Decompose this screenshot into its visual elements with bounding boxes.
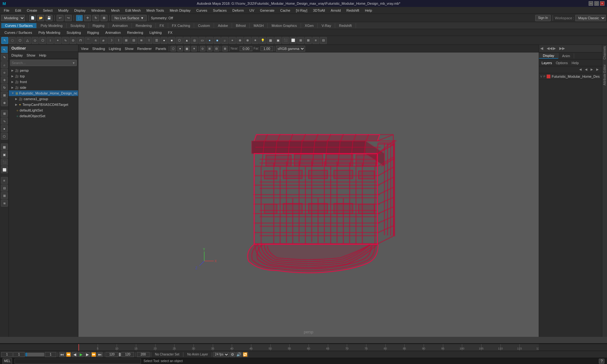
submenu-sculpting[interactable]: Sculpting bbox=[64, 30, 84, 35]
tool15[interactable]: ⌇ bbox=[115, 37, 122, 44]
outliner-item-persp[interactable]: ▶ 🎥 persp bbox=[9, 68, 78, 73]
frame-all-btn[interactable]: ⊞ bbox=[207, 46, 212, 52]
mode-tab-xgen[interactable]: XGen bbox=[301, 23, 318, 28]
layer-v[interactable]: V bbox=[540, 75, 542, 78]
play-btn[interactable]: ▶ bbox=[78, 352, 84, 357]
timeline-playhead[interactable] bbox=[78, 344, 79, 351]
outliner-item-objectset[interactable]: ○ defaultObjectSet bbox=[9, 113, 78, 119]
submenu-poly-modeling[interactable]: Poly Modeling bbox=[35, 30, 63, 35]
plane-icon[interactable]: ▭ bbox=[199, 37, 205, 44]
grid-btn[interactable]: ⊞ bbox=[222, 46, 228, 52]
menu-item-windows[interactable]: Windows bbox=[89, 8, 108, 13]
menu-item-file[interactable]: File bbox=[1, 8, 12, 13]
fps-select[interactable]: 24 fps bbox=[213, 352, 229, 357]
undo-button[interactable]: ↩ bbox=[57, 15, 64, 21]
tool8[interactable]: ∿ bbox=[62, 37, 69, 44]
mode-tab-redshift[interactable]: Redshift bbox=[335, 23, 356, 28]
paint-select-icon[interactable]: ⬡ bbox=[16, 37, 23, 44]
mode-tab-poly-modeling[interactable]: Poly Modeling bbox=[37, 23, 66, 28]
scale-left-tool[interactable]: ⊠ bbox=[1, 92, 8, 99]
snap-grid[interactable]: ⊞ bbox=[1, 110, 8, 117]
tool-extra3[interactable]: ≡ bbox=[312, 37, 319, 44]
renderer-menu[interactable]: Renderer bbox=[136, 47, 153, 51]
mode-tab-custom[interactable]: Custom bbox=[194, 23, 214, 28]
minimize-button[interactable]: ─ bbox=[589, 1, 593, 6]
tool3[interactable]: △ bbox=[24, 37, 31, 44]
range-slider[interactable] bbox=[119, 353, 121, 356]
render3[interactable]: ⬛ bbox=[282, 37, 289, 44]
rp-icon1[interactable]: ◀ bbox=[540, 46, 545, 51]
render1[interactable]: ▦ bbox=[267, 37, 274, 44]
nurbs-sphere[interactable]: ● bbox=[206, 37, 213, 44]
subtab-layers[interactable]: Layers bbox=[540, 61, 553, 65]
help-btn[interactable]: ? bbox=[599, 359, 604, 364]
mode-tab-animation[interactable]: Animation bbox=[108, 23, 132, 28]
menu-item-v-ray[interactable]: [V-Ray] bbox=[293, 8, 310, 13]
render4[interactable]: ⬜ bbox=[290, 37, 297, 44]
rp-icon2[interactable]: ◀◀ bbox=[547, 46, 552, 51]
timeline-ruler[interactable]: 5101520253035404550556065707580859095100… bbox=[78, 344, 539, 351]
audio-btn[interactable]: 🔊 bbox=[236, 352, 242, 357]
outliner-show-menu[interactable]: Show bbox=[25, 53, 37, 57]
move-tool[interactable]: ✛ bbox=[84, 15, 91, 21]
menu-item-mesh[interactable]: Mesh bbox=[108, 8, 122, 13]
submenu-curves-surfaces[interactable]: Curves / Surfaces bbox=[1, 30, 35, 35]
menu-item-uv[interactable]: UV bbox=[247, 8, 257, 13]
tool7[interactable]: ⌖ bbox=[54, 37, 61, 44]
menu-item-edit-mesh[interactable]: Edit Mesh bbox=[123, 8, 143, 13]
frame-selected-btn[interactable]: ⊟ bbox=[214, 46, 219, 52]
wireframe-btn[interactable]: ⬡ bbox=[170, 46, 176, 52]
nav-next-btn[interactable]: ▶ bbox=[591, 68, 595, 72]
maximize-button[interactable]: □ bbox=[594, 1, 599, 6]
smooth-btn[interactable]: ● bbox=[177, 46, 183, 52]
gamma-select[interactable]: sRGB gamma bbox=[276, 46, 305, 52]
menu-item-generate[interactable]: Generate bbox=[257, 8, 277, 13]
view-menu[interactable]: View bbox=[80, 47, 90, 51]
snap-curve[interactable]: ∿ bbox=[1, 118, 8, 124]
tool-extra4[interactable]: ⊟ bbox=[320, 37, 327, 44]
mode-tab-sculpting[interactable]: Sculpting bbox=[67, 23, 89, 28]
cylinder-icon[interactable]: ⬡ bbox=[176, 37, 183, 44]
tool20[interactable]: ☰ bbox=[153, 37, 160, 44]
outliner-display-menu[interactable]: Display bbox=[10, 53, 24, 57]
tool10[interactable]: ⊓ bbox=[77, 37, 84, 44]
step-back-btn[interactable]: ⏪ bbox=[65, 352, 71, 357]
tool5[interactable]: ⬠ bbox=[39, 37, 46, 44]
rotate-tool[interactable]: ↻ bbox=[92, 15, 99, 21]
show-menu[interactable]: Show bbox=[124, 47, 135, 51]
light1[interactable]: ☀ bbox=[252, 37, 259, 44]
tool11[interactable]: ⌒ bbox=[85, 37, 92, 44]
menu-item-help[interactable]: Help bbox=[362, 8, 375, 13]
submenu-rendering[interactable]: Rendering bbox=[124, 30, 146, 35]
channels-label[interactable]: Channels bbox=[603, 46, 606, 59]
deform2[interactable]: ⌖ bbox=[229, 37, 236, 44]
mode-tab-v-ray[interactable]: V-Ray bbox=[318, 23, 335, 28]
light2[interactable]: 💡 bbox=[259, 37, 266, 44]
outliner-item-camera-group[interactable]: ▶ 🎥 camera1_group bbox=[9, 96, 78, 102]
viewport-canvas[interactable]: X Y Z persp bbox=[78, 52, 539, 337]
deform3[interactable]: ⊕ bbox=[236, 37, 243, 44]
cube-icon[interactable]: ■ bbox=[168, 37, 175, 44]
lasso-icon[interactable]: ◌ bbox=[9, 37, 16, 44]
select-tool[interactable]: ⬚ bbox=[76, 15, 83, 21]
snap-point[interactable]: ● bbox=[1, 125, 8, 132]
menu-item-deform[interactable]: Deform bbox=[230, 8, 246, 13]
menu-item-mesh-display[interactable]: Mesh Display bbox=[167, 8, 193, 13]
mode-tab-motion-graphics[interactable]: Motion Graphics bbox=[268, 23, 301, 28]
mode-tab-fx-caching[interactable]: FX Caching bbox=[168, 23, 194, 28]
nav-prev2-btn[interactable]: ◀ bbox=[585, 68, 589, 72]
scale-tool[interactable]: ⊠ bbox=[101, 15, 107, 21]
nav-prev-btn[interactable]: ◀ bbox=[579, 68, 584, 72]
tool13[interactable]: ⌀ bbox=[100, 37, 107, 44]
outliner-item-top[interactable]: ▶ 🎥 top bbox=[9, 73, 78, 79]
cone-icon[interactable]: ▲ bbox=[183, 37, 190, 44]
tool4[interactable]: ◇ bbox=[32, 37, 39, 44]
subtab-options[interactable]: Options bbox=[555, 61, 569, 65]
tool14[interactable]: ☽ bbox=[107, 37, 114, 44]
mode-tab-mash[interactable]: MASH bbox=[250, 23, 268, 28]
start-frame-input[interactable] bbox=[13, 352, 25, 357]
menu-item-arnold[interactable]: Arnold bbox=[328, 8, 343, 13]
range-end-input[interactable] bbox=[121, 352, 134, 357]
live-surface-button[interactable]: No Live Surface ▼ bbox=[112, 15, 147, 21]
deform4[interactable]: ⊗ bbox=[244, 37, 251, 44]
